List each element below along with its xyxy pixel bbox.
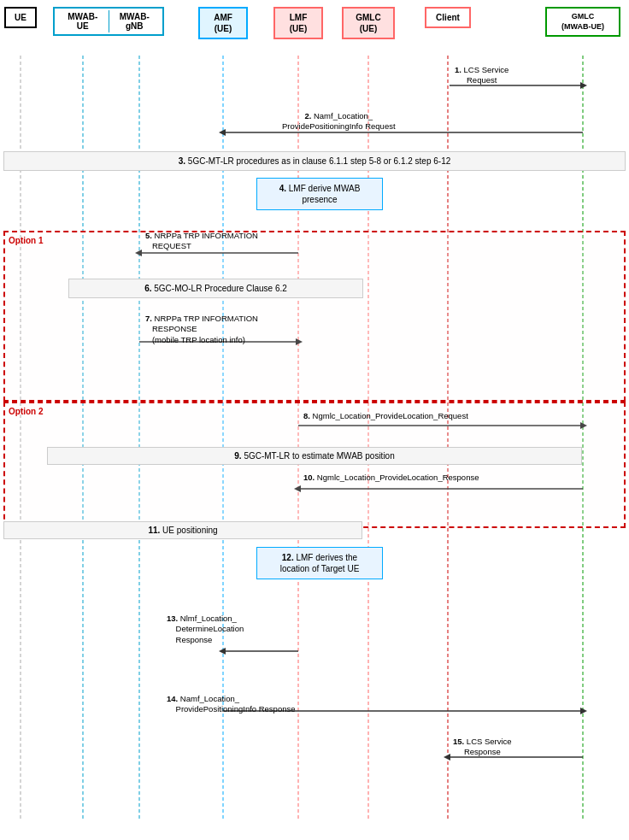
svg-marker-25 [444, 754, 450, 761]
step15-label: 15. LCS ServiceResponse [453, 737, 512, 758]
step1-label: 1. LCS ServiceRequest [455, 65, 508, 86]
svg-marker-23 [580, 708, 587, 714]
actor-mwab-group: MWAB-UE MWAB-gNB [53, 7, 164, 36]
actor-client: Client [425, 7, 471, 28]
actor-gmlc-ue: GMLC(UE) [342, 7, 395, 39]
actor-amf: AMF(UE) [198, 7, 248, 39]
step2-label: 2. Namf_Location_ProvidePositioningInfo … [282, 111, 396, 132]
step12-note: 12. LMF derives thelocation of Target UE [256, 547, 383, 579]
step3-box: 3. 5GC-MT-LR procedures as in clause 6.1… [3, 151, 626, 171]
actor-mwab-ue: MWAB-UE [57, 10, 109, 32]
option2-box [3, 402, 626, 528]
step10-label: 10. Ngmlc_Location_ProvideLocation_Respo… [303, 473, 479, 482]
step9-box: 9. 5GC-MT-LR to estimate MWAB position [47, 447, 582, 465]
svg-marker-11 [219, 129, 226, 136]
sequence-diagram: UE MWAB-UE MWAB-gNB AMF(UE) LMF(UE) GMLC… [0, 0, 629, 840]
step11-box: 11. UE positioning [3, 521, 362, 539]
actor-gmlc-mwab: GMLC(MWAB-UE) [545, 7, 620, 37]
svg-marker-13 [135, 250, 142, 256]
actor-ue-label: UE [15, 13, 26, 22]
step5-label: 5. NRPPa TRP INFORMATION REQUEST [145, 231, 258, 252]
svg-marker-21 [219, 648, 226, 655]
actor-mwab-gnb: MWAB-gNB [109, 10, 161, 32]
step7-label: 7. NRPPa TRP INFORMATION RESPONSE (mobil… [145, 314, 258, 345]
svg-marker-15 [296, 338, 303, 345]
step8-label: 8. Ngmlc_Location_ProvideLocation_Reques… [303, 411, 468, 420]
step13-label: 13. Nlmf_Location_ DetermineLocation Res… [167, 614, 244, 645]
svg-marker-19 [294, 485, 301, 492]
step6-box: 6. 5GC-MO-LR Procedure Clause 6.2 [68, 279, 363, 298]
actor-lmf: LMF(UE) [273, 7, 323, 39]
option2-label: Option 2 [9, 407, 44, 416]
option1-label: Option 1 [9, 236, 44, 245]
step4-note: 4. LMF derive MWABpresence [256, 178, 383, 210]
option1-box [3, 231, 626, 402]
svg-marker-17 [580, 422, 587, 429]
svg-marker-9 [580, 82, 587, 89]
step14-label: 14. Namf_Location_ ProvidePositioningInf… [167, 694, 296, 715]
actor-ue: UE [4, 7, 37, 28]
